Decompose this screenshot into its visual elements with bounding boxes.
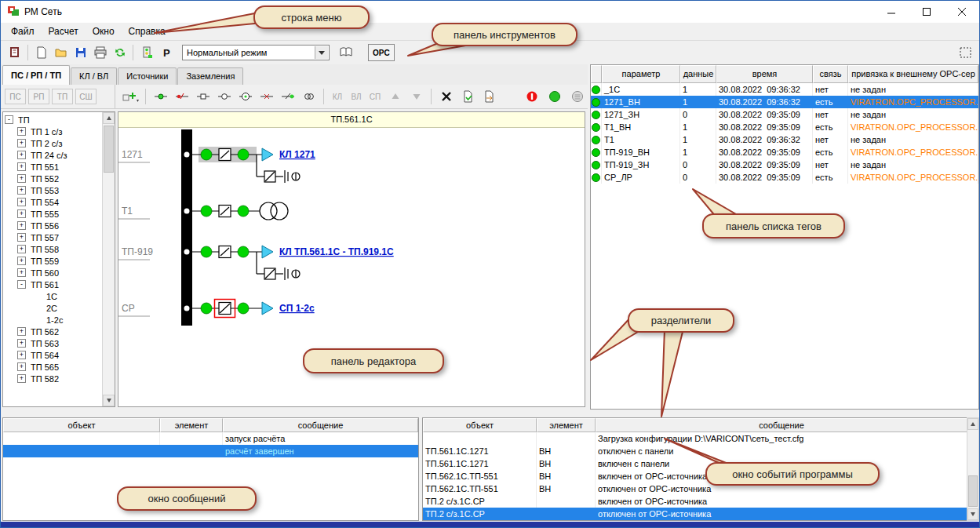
tree-item[interactable]: + ТП 555 — [5, 208, 102, 220]
event-row[interactable]: ТП.2 с/з.1С.СР отключен от OPC-источника — [423, 508, 967, 520]
print-icon[interactable] — [90, 43, 110, 62]
link-sp-1-2s[interactable]: СП 1-2с — [279, 303, 315, 314]
transformer-icon[interactable] — [271, 202, 288, 220]
tags-header-value[interactable]: данные — [680, 65, 716, 83]
tree-type-button[interactable]: СШ — [75, 89, 97, 104]
add-feeder-tool[interactable] — [151, 87, 170, 106]
tree-expander-icon[interactable]: + — [17, 139, 26, 147]
event-row[interactable]: ТП.561.1С.1271 ВН отключен с панели — [423, 445, 967, 457]
selection-marquee-icon[interactable] — [956, 43, 975, 62]
maximize-button[interactable] — [909, 1, 944, 23]
event-row[interactable]: ТП.562.1С.ТП-551 ВН отключен от OPC-исто… — [423, 482, 967, 495]
tree-item[interactable]: - ТП — [5, 114, 102, 126]
add-switch-tool[interactable] — [172, 87, 191, 106]
events-scrollbar[interactable] — [967, 417, 979, 521]
state-indicator[interactable] — [238, 303, 249, 314]
tag-row[interactable]: Т1_ВН 1 30.08.2022 09:35:09 есть VIRATRO… — [591, 121, 978, 133]
state-indicator[interactable] — [238, 246, 249, 257]
add-measure-tool[interactable] — [257, 87, 276, 106]
state-indicator[interactable] — [238, 206, 249, 217]
state-indicator[interactable] — [201, 206, 212, 217]
tree-item[interactable]: + ТП 1 с/з — [5, 126, 102, 137]
tags-header-opc[interactable]: привязка к внешнему OPC-сер — [848, 65, 978, 83]
tree-item[interactable]: + ТП 554 — [5, 196, 102, 208]
tab[interactable]: ПС / РП / ТП — [2, 65, 70, 85]
switch-on-button[interactable] — [545, 87, 564, 106]
scheme-properties-icon[interactable] — [457, 87, 477, 106]
tab[interactable]: Заземления — [177, 67, 243, 85]
parameter-flag-icon[interactable]: Р — [156, 43, 176, 62]
kl-button[interactable]: КЛ — [329, 87, 346, 106]
new-file-icon[interactable] — [31, 43, 51, 62]
switch-auto-button[interactable] — [567, 87, 587, 106]
open-file-icon[interactable] — [51, 43, 71, 62]
tree-item[interactable]: + ТП 560 — [5, 267, 102, 279]
event-row[interactable]: ТП.2 с/з.1С.СР включен от OPC-источника — [423, 495, 967, 508]
tree-item[interactable]: + ТП 582 — [5, 373, 102, 384]
tree-item[interactable]: + ТП 24 с/з — [5, 149, 102, 161]
menu-item[interactable]: Расчет — [42, 24, 86, 39]
tag-row[interactable]: ТП-919_ВН 1 30.08.2022 09:35:09 есть VIR… — [591, 146, 978, 158]
tree-expander-icon[interactable]: + — [17, 162, 26, 171]
messages-header-object[interactable]: объект — [3, 418, 160, 432]
transformer-icon[interactable] — [260, 202, 277, 220]
close-button[interactable] — [944, 1, 979, 23]
menu-item[interactable]: Окно — [86, 24, 122, 39]
tree-expander-icon[interactable]: + — [17, 339, 26, 348]
scroll-up-icon[interactable] — [967, 418, 978, 430]
tree-expander-icon[interactable]: + — [17, 233, 26, 242]
tree-type-button[interactable]: РП — [28, 89, 49, 104]
tree-item[interactable]: + ТП 563 — [5, 337, 102, 349]
tree-item[interactable]: + ТП 558 — [5, 243, 102, 255]
tree-item[interactable]: + ТП 562 — [5, 326, 102, 337]
scroll-down-icon[interactable] — [103, 395, 115, 406]
save-icon[interactable] — [71, 43, 90, 62]
menu-item[interactable]: Файл — [4, 24, 42, 39]
add-indicator-tool[interactable] — [235, 87, 255, 106]
scheme-link-icon[interactable] — [479, 87, 498, 106]
tree-item[interactable]: + ТП 556 — [5, 220, 102, 231]
tree-item[interactable]: 1-2с — [5, 314, 102, 326]
opc-button[interactable]: OPC — [368, 44, 395, 61]
menu-item[interactable]: Справка — [122, 24, 173, 39]
add-ground-switch-tool[interactable] — [214, 87, 234, 106]
bus-node[interactable] — [184, 152, 190, 158]
add-section-tool[interactable] — [278, 87, 297, 106]
link-kl-tp919[interactable]: КЛ ТП.561.1С - ТП.919.1С — [279, 246, 394, 257]
mode-select[interactable]: Нормальный режим — [182, 45, 330, 60]
state-indicator[interactable] — [201, 246, 212, 257]
refresh-icon[interactable] — [110, 43, 129, 62]
messages-header-message[interactable]: сообщение — [223, 418, 418, 432]
tags-header-link[interactable]: связь — [813, 65, 848, 83]
tags-header-time[interactable]: время — [716, 65, 813, 83]
journal-icon[interactable] — [5, 43, 24, 62]
tree-item[interactable]: - ТП 561 — [5, 279, 102, 290]
tree-item[interactable]: + ТП 557 — [5, 231, 102, 243]
message-row[interactable]: расчёт завершен — [3, 445, 418, 457]
tag-row[interactable]: 1271_ВН 1 30.08.2022 09:36:32 есть VIRAT… — [591, 96, 978, 108]
tag-row[interactable]: Т1 1 30.08.2022 09:36:32 нет не задан — [591, 133, 978, 146]
tree-expander-icon[interactable]: + — [17, 221, 26, 230]
tree-type-button[interactable]: ПС — [5, 89, 26, 104]
scroll-down-icon[interactable] — [967, 508, 978, 520]
tree-expander-icon[interactable]: + — [17, 198, 26, 206]
events-header-element[interactable]: элемент — [537, 418, 596, 432]
link-kl-1271[interactable]: КЛ 1271 — [279, 149, 315, 160]
tree-expander-icon[interactable]: + — [17, 209, 26, 218]
event-row[interactable]: ТП.561.1С.1271 ВН включен с панели — [423, 457, 967, 470]
tree-expander-icon[interactable]: - — [5, 115, 13, 124]
add-disconnector-tool[interactable] — [193, 87, 213, 106]
tree-item[interactable]: + ТП 2 с/з — [5, 137, 102, 149]
bus-node[interactable] — [184, 249, 190, 255]
tree-expander-icon[interactable]: + — [17, 362, 26, 371]
tag-row[interactable]: СР_ЛР 0 30.08.2022 09:35:09 есть VIRATRO… — [591, 171, 978, 184]
tree-item[interactable]: + ТП 559 — [5, 255, 102, 267]
tree-expander-icon[interactable]: + — [17, 374, 26, 383]
scroll-up-icon[interactable] — [103, 112, 115, 124]
tree-type-button[interactable]: ТП — [52, 89, 73, 104]
messages-header-element[interactable]: элемент — [160, 418, 223, 432]
tab[interactable]: Источники — [118, 67, 177, 85]
move-down-button[interactable] — [406, 87, 426, 106]
tags-header-param[interactable]: параметр — [602, 65, 680, 83]
sp-button[interactable]: СП — [366, 87, 384, 106]
